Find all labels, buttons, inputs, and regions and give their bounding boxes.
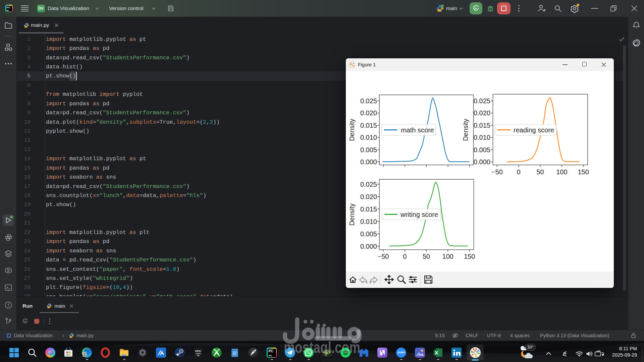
svg-text:0.020: 0.020 <box>360 193 377 200</box>
svg-text:0.000: 0.000 <box>360 158 377 166</box>
svg-text:0.020: 0.020 <box>360 109 377 117</box>
svg-text:Density: Density <box>462 119 469 141</box>
svg-text:math score: math score <box>401 126 434 134</box>
svg-text:100: 100 <box>556 168 567 176</box>
svg-text:150: 150 <box>464 253 475 260</box>
svg-text:0.000: 0.000 <box>360 243 377 250</box>
svg-text:0.015: 0.015 <box>360 205 377 213</box>
svg-text:0.015: 0.015 <box>360 122 377 129</box>
svg-text:0: 0 <box>403 253 407 260</box>
svg-text:0.005: 0.005 <box>360 146 377 154</box>
svg-text:0.010: 0.010 <box>360 218 377 225</box>
svg-text:0.010: 0.010 <box>360 134 377 141</box>
svg-text:−50: −50 <box>491 168 503 176</box>
svg-text:EPIC: EPIC <box>195 350 201 353</box>
svg-text:50: 50 <box>536 168 544 176</box>
svg-text:GAMES: GAMES <box>196 353 201 355</box>
svg-text:0.005: 0.005 <box>360 230 377 238</box>
svg-text:0.025: 0.025 <box>360 181 377 188</box>
svg-text:150: 150 <box>578 168 589 176</box>
svg-text:reading score: reading score <box>514 126 554 134</box>
svg-text:100: 100 <box>442 253 453 260</box>
svg-text:0: 0 <box>517 168 521 176</box>
svg-text:0.010: 0.010 <box>474 134 490 141</box>
svg-text:Density: Density <box>348 119 356 141</box>
svg-text:0.000: 0.000 <box>474 158 490 166</box>
svg-text:0.020: 0.020 <box>474 109 490 117</box>
svg-text:0.005: 0.005 <box>474 146 490 154</box>
svg-text:0.025: 0.025 <box>474 97 490 105</box>
svg-text:0.015: 0.015 <box>474 122 490 129</box>
svg-text:50: 50 <box>423 253 430 260</box>
svg-text:Density: Density <box>348 203 356 226</box>
svg-text:0.025: 0.025 <box>360 97 377 105</box>
svg-text:writing score: writing score <box>400 211 438 218</box>
svg-text:−50: −50 <box>378 253 389 260</box>
